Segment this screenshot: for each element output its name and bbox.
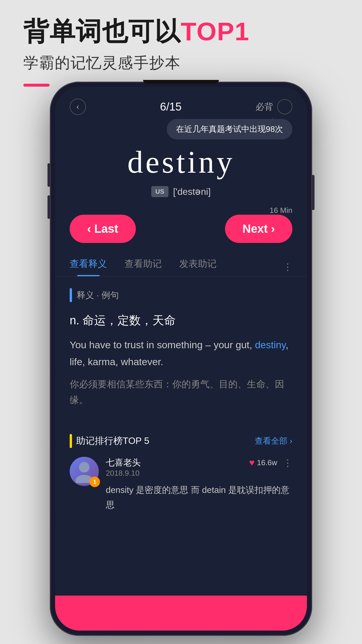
- sub-headline: 学霸的记忆灵感手抄本: [23, 53, 339, 73]
- mnemonic-label-bar: [70, 434, 72, 448]
- power-button: [312, 175, 314, 210]
- user-meta: ♥ 16.6w ⋮: [249, 457, 292, 468]
- us-badge[interactable]: US: [151, 186, 168, 197]
- time-hint: 16 Min: [270, 206, 292, 215]
- next-button[interactable]: Next ›: [225, 215, 292, 243]
- tabs-row: 查看释义 查看助记 发表助记 ⋮: [55, 249, 307, 276]
- headline-part1: 背单词也可以: [23, 17, 181, 46]
- must-memorize-toggle[interactable]: [277, 99, 292, 114]
- svg-point-0: [79, 462, 89, 473]
- phonetic: ['destəni]: [173, 186, 211, 197]
- phone-outer: ‹ 6/15 必背 在近几年真题考试中出现98次 destiny US ['de…: [50, 82, 312, 636]
- definition-content: n. 命运，定数，天命: [70, 314, 176, 327]
- chevron-right-icon: ›: [290, 436, 292, 446]
- definition-section: 释义 · 例句 n. 命运，定数，天命 You have to trust in…: [55, 276, 307, 428]
- mnemonic-header: 助记排行榜TOP 5 查看全部 ›: [70, 434, 292, 448]
- header-section: 背单词也可以TOP1 学霸的记忆灵感手抄本: [23, 18, 339, 87]
- user-row: 七喜老头 ♥ 16.6w ⋮: [106, 457, 292, 469]
- example-en-part1: You have to trust in something – your gu…: [70, 339, 255, 350]
- user-info: 七喜老头 ♥ 16.6w ⋮ 2018.9.10 de: [106, 457, 292, 512]
- avatar-container: 1: [70, 457, 99, 486]
- nav-buttons: 16 Min ‹ Last Next ›: [55, 209, 307, 249]
- pink-underline: [23, 84, 50, 87]
- user-card: 1 七喜老头 ♥ 16.6w ⋮: [70, 457, 292, 512]
- username: 七喜老头: [106, 457, 141, 469]
- must-memorize-label: 必背: [256, 101, 273, 113]
- tab-definition[interactable]: 查看释义: [70, 258, 107, 276]
- rank-badge: 1: [89, 477, 100, 487]
- example-chinese: 你必须要相信某些东西：你的勇气、目的、生命、因缘。: [70, 376, 292, 408]
- word-main: destiny: [67, 144, 295, 180]
- mnemonic-label-text: 助记排行榜TOP 5: [76, 435, 149, 447]
- tab-post-mnemonic[interactable]: 发表助记: [179, 258, 217, 276]
- more-dots[interactable]: ⋮: [283, 457, 292, 468]
- definition-label-text: 释义 · 例句: [77, 289, 119, 301]
- bottom-pink-bar: [55, 596, 307, 631]
- must-memorize[interactable]: 必背: [256, 99, 292, 114]
- volume-up-button: [48, 163, 50, 187]
- view-all-label: 查看全部: [255, 435, 287, 447]
- phone-mockup: ‹ 6/15 必背 在近几年真题考试中出现98次 destiny US ['de…: [50, 82, 312, 636]
- heart-count: ♥ 16.6w: [249, 457, 277, 468]
- back-button[interactable]: ‹: [70, 99, 86, 115]
- mnemonic-section: 助记排行榜TOP 5 查看全部 ›: [55, 428, 307, 518]
- pronunciation-row: US ['destəni]: [67, 186, 295, 197]
- top-bar: ‹ 6/15 必背: [55, 87, 307, 121]
- progress-text: 6/15: [160, 101, 182, 113]
- definition-text: n. 命运，定数，天命: [70, 311, 292, 330]
- screen-content: ‹ 6/15 必背 在近几年真题考试中出现98次 destiny US ['de…: [55, 87, 307, 631]
- last-button[interactable]: ‹ Last: [70, 215, 136, 243]
- tab-mnemonic[interactable]: 查看助记: [124, 258, 162, 276]
- tab-more[interactable]: ⋮: [283, 261, 292, 272]
- example-en-highlight: destiny: [255, 339, 286, 350]
- mnemonic-content: density 是密度的意思 而 detain 是耽误扣押的意思: [106, 482, 292, 512]
- tooltip: 在近几年真题考试中出现98次: [167, 119, 292, 139]
- date-text: 2018.9.10: [106, 469, 292, 478]
- view-all-button[interactable]: 查看全部 ›: [255, 435, 292, 447]
- example-english: You have to trust in something – your gu…: [70, 337, 292, 370]
- volume-down-button: [48, 195, 50, 219]
- phone-screen: ‹ 6/15 必背 在近几年真题考试中出现98次 destiny US ['de…: [55, 87, 307, 631]
- like-count: 16.6w: [257, 458, 277, 467]
- headline-part2: TOP1: [181, 17, 249, 46]
- definition-label: 释义 · 例句: [70, 288, 292, 302]
- heart-icon: ♥: [249, 457, 255, 468]
- headline: 背单词也可以TOP1: [23, 18, 339, 46]
- definition-label-bar: [70, 288, 72, 302]
- mnemonic-label: 助记排行榜TOP 5: [70, 434, 149, 448]
